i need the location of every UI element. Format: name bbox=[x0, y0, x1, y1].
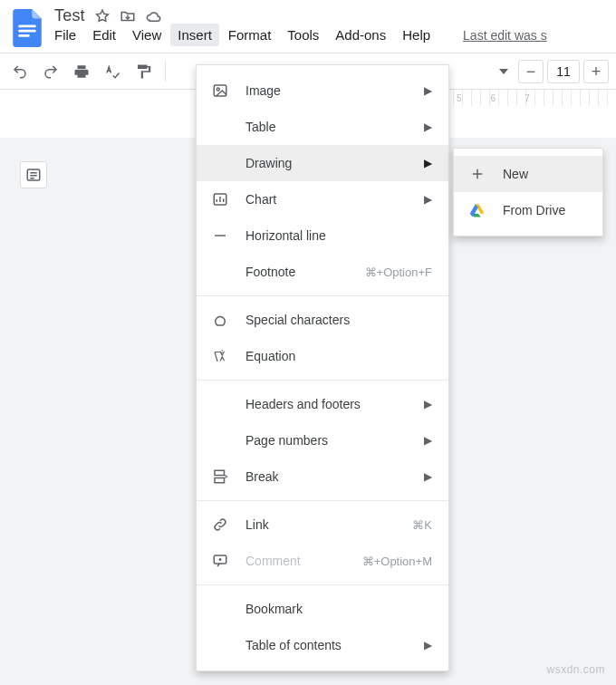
menu-format[interactable]: Format bbox=[228, 27, 272, 43]
spellcheck-button[interactable] bbox=[100, 59, 125, 84]
svg-rect-1 bbox=[18, 30, 35, 33]
svg-rect-2 bbox=[18, 34, 29, 37]
insert-menu-item-headers[interactable]: Headers and footers▶ bbox=[197, 386, 448, 422]
dropdown-caret-icon[interactable] bbox=[495, 69, 513, 74]
svg-point-5 bbox=[217, 88, 219, 91]
insert-menu-item-toc[interactable]: Table of contents▶ bbox=[197, 627, 448, 663]
insert-menu-item-special[interactable]: Special characters bbox=[197, 302, 448, 338]
comment-icon bbox=[211, 552, 229, 570]
menu-addons[interactable]: Add-ons bbox=[335, 27, 386, 43]
footnote-icon bbox=[211, 263, 229, 281]
insert-menu-item-image[interactable]: Image▶ bbox=[197, 72, 448, 109]
menu-separator bbox=[197, 500, 448, 501]
menu-item-label: Table bbox=[245, 120, 416, 134]
drawing-submenu: NewFrom Drive bbox=[453, 148, 603, 236]
insert-menu-item-drawing[interactable]: Drawing▶ bbox=[197, 145, 448, 181]
plus-icon bbox=[468, 165, 486, 183]
star-icon[interactable] bbox=[94, 8, 111, 24]
menu-file[interactable]: File bbox=[54, 27, 76, 43]
insert-menu-item-hr[interactable]: Horizontal line bbox=[197, 217, 448, 254]
insert-menu-item-equation[interactable]: 2Equation bbox=[197, 338, 448, 374]
print-button[interactable] bbox=[69, 59, 94, 84]
outline-toggle-button[interactable] bbox=[20, 161, 47, 188]
table-icon bbox=[211, 118, 229, 136]
menu-item-label: Horizontal line bbox=[245, 228, 432, 243]
insert-menu-item-link[interactable]: Link⌘K bbox=[197, 507, 448, 543]
menu-item-shortcut: ⌘K bbox=[412, 518, 432, 532]
doc-title[interactable]: Test bbox=[54, 6, 85, 25]
menu-item-label: Bookmark bbox=[245, 602, 432, 616]
svg-rect-0 bbox=[18, 25, 35, 28]
chevron-right-icon: ▶ bbox=[423, 157, 432, 169]
menu-item-label: Chart bbox=[245, 192, 416, 207]
font-size-increase[interactable]: + bbox=[583, 60, 609, 83]
drawing-menu-item-fromdrive[interactable]: From Drive bbox=[454, 192, 602, 228]
link-icon bbox=[211, 516, 229, 534]
pagenums-icon bbox=[211, 431, 229, 449]
undo-button[interactable] bbox=[7, 59, 33, 84]
menu-separator bbox=[197, 295, 448, 296]
menu-insert[interactable]: Insert bbox=[170, 24, 219, 46]
menu-separator bbox=[197, 380, 448, 381]
chart-icon bbox=[211, 190, 229, 208]
chevron-right-icon: ▶ bbox=[423, 398, 432, 410]
menu-view[interactable]: View bbox=[132, 27, 161, 43]
insert-menu-item-bookmark[interactable]: Bookmark bbox=[197, 591, 448, 627]
chevron-right-icon: ▶ bbox=[423, 470, 432, 483]
ruler-tick-label: 6 bbox=[491, 93, 496, 103]
chevron-right-icon: ▶ bbox=[423, 434, 432, 447]
special-icon bbox=[211, 311, 229, 329]
menu-item-label: Break bbox=[245, 469, 416, 484]
insert-menu: Image▶Table▶Drawing▶Chart▶Horizontal lin… bbox=[196, 64, 449, 671]
menu-tools[interactable]: Tools bbox=[287, 27, 319, 43]
insert-menu-item-comment: Comment⌘+Option+M bbox=[197, 543, 448, 579]
image-icon bbox=[211, 82, 229, 100]
docs-logo[interactable] bbox=[9, 5, 45, 51]
menu-separator bbox=[197, 584, 448, 585]
menu-item-label: From Drive bbox=[503, 203, 588, 217]
ruler-tick-label: 5 bbox=[457, 93, 462, 103]
move-icon[interactable] bbox=[120, 8, 136, 24]
headers-icon bbox=[211, 395, 229, 413]
equation-icon: 2 bbox=[211, 347, 229, 365]
font-size-decrease[interactable]: − bbox=[518, 60, 544, 83]
insert-menu-item-footnote[interactable]: Footnote⌘+Option+F bbox=[197, 254, 448, 290]
menu-edit[interactable]: Edit bbox=[92, 27, 116, 43]
menu-item-label: New bbox=[503, 167, 588, 181]
drive-icon bbox=[468, 201, 486, 219]
menu-bar: File Edit View Insert Format Tools Add-o… bbox=[51, 25, 607, 50]
menu-item-label: Link bbox=[245, 517, 412, 532]
menu-help[interactable]: Help bbox=[402, 27, 430, 43]
menu-item-label: Table of contents bbox=[245, 638, 416, 652]
font-size-value[interactable]: 11 bbox=[547, 60, 580, 83]
menu-item-label: Special characters bbox=[245, 313, 432, 327]
svg-rect-8 bbox=[215, 470, 225, 475]
menu-item-label: Image bbox=[245, 83, 416, 98]
break-icon bbox=[211, 468, 229, 486]
menu-item-label: Equation bbox=[245, 349, 432, 363]
insert-menu-item-pagenums[interactable]: Page numbers▶ bbox=[197, 422, 448, 458]
chevron-right-icon: ▶ bbox=[423, 121, 432, 133]
menu-item-label: Page numbers bbox=[245, 433, 416, 448]
toc-icon bbox=[211, 636, 229, 654]
chevron-right-icon: ▶ bbox=[423, 639, 432, 651]
insert-menu-item-chart[interactable]: Chart▶ bbox=[197, 181, 448, 217]
drawing-menu-item-new[interactable]: New bbox=[454, 156, 602, 192]
paint-format-button[interactable] bbox=[130, 59, 156, 84]
last-edit-link[interactable]: Last edit was s bbox=[463, 28, 547, 43]
redo-button[interactable] bbox=[38, 59, 63, 84]
ruler-tick-label: 7 bbox=[525, 93, 530, 103]
chevron-right-icon: ▶ bbox=[423, 193, 432, 206]
svg-rect-9 bbox=[215, 478, 225, 483]
menu-item-label: Comment bbox=[245, 554, 362, 568]
menu-item-label: Drawing bbox=[245, 156, 416, 170]
bookmark-icon bbox=[211, 600, 229, 618]
menu-item-shortcut: ⌘+Option+M bbox=[362, 555, 432, 568]
cloud-icon[interactable] bbox=[145, 8, 161, 24]
insert-menu-item-table[interactable]: Table▶ bbox=[197, 109, 448, 145]
svg-rect-4 bbox=[214, 85, 226, 96]
watermark: wsxdn.com bbox=[546, 663, 605, 676]
menu-item-label: Headers and footers bbox=[245, 397, 416, 411]
insert-menu-item-break[interactable]: Break▶ bbox=[197, 458, 448, 495]
drawing-icon bbox=[211, 154, 229, 172]
